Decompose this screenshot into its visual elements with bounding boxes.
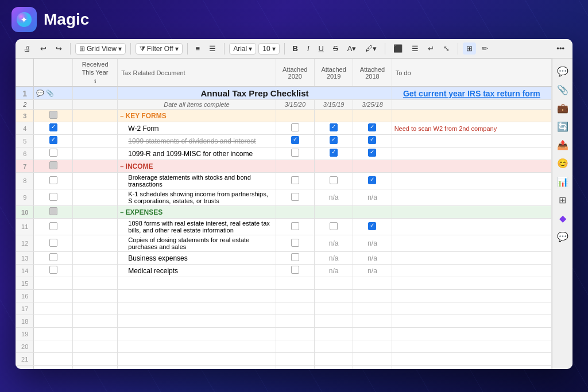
underline-button[interactable]: U bbox=[315, 42, 327, 55]
received-checkbox-9[interactable] bbox=[49, 193, 57, 201]
app-logo: ✦ bbox=[11, 7, 37, 32]
sheet-title: Annual Tax Prep Checklist bbox=[200, 88, 308, 98]
received-checkbox-13[interactable] bbox=[49, 253, 57, 261]
section-label-cell-10: – EXPENSES bbox=[118, 206, 276, 219]
col-header-att2020[interactable]: Attached2020 bbox=[276, 59, 314, 87]
sidebar-diamond-icon[interactable]: ◆ bbox=[555, 210, 571, 226]
row-num: 4 bbox=[16, 122, 34, 135]
received-cell-4 bbox=[72, 122, 118, 135]
row-num: 17 bbox=[16, 302, 34, 315]
table-row: 3 – KEY FORMS bbox=[16, 110, 552, 122]
todo-11 bbox=[392, 219, 551, 235]
row-num: 9 bbox=[16, 189, 34, 206]
highlight-button[interactable]: 🖊▾ bbox=[362, 42, 380, 55]
todo-section-10 bbox=[392, 206, 551, 219]
fontsize-dropdown[interactable]: 10 ▾ bbox=[258, 43, 279, 55]
filter-label: Filter Off bbox=[147, 45, 173, 53]
att2019-12: n/a bbox=[314, 235, 353, 252]
icons-cell-12 bbox=[34, 235, 72, 252]
expenses-section-checkbox[interactable] bbox=[49, 207, 57, 215]
received-checkbox-4[interactable] bbox=[49, 123, 57, 131]
sidebar-refresh-icon[interactable]: 🔄 bbox=[555, 118, 571, 134]
col-header-att2019[interactable]: Attached2019 bbox=[314, 59, 353, 87]
col-header-att2018[interactable]: Attached2018 bbox=[353, 59, 392, 87]
app-name: Magic bbox=[44, 10, 89, 29]
key-forms-label: KEY FORMS bbox=[126, 112, 167, 120]
section-checkbox[interactable] bbox=[49, 111, 57, 119]
row-num: 13 bbox=[16, 252, 34, 265]
sidebar-upload-icon[interactable]: 📤 bbox=[555, 137, 571, 153]
font-dropdown[interactable]: Arial ▾ bbox=[229, 43, 256, 55]
filter-dropdown[interactable]: ⧩ Filter Off ▾ bbox=[136, 43, 183, 55]
received-checkbox-8[interactable] bbox=[49, 176, 57, 184]
todo-14 bbox=[392, 265, 551, 277]
wrap-button[interactable]: ↵ bbox=[424, 42, 438, 55]
received-checkbox-5[interactable] bbox=[49, 136, 57, 144]
row-num: 7 bbox=[16, 160, 34, 173]
att2018-section bbox=[353, 110, 392, 122]
received-cell-9 bbox=[72, 189, 118, 206]
irs-link[interactable]: Get current year IRS tax return form bbox=[403, 89, 540, 98]
col-header-received[interactable]: ReceivedThis Yearℹ bbox=[72, 59, 118, 87]
align-v-button[interactable]: ☰ bbox=[408, 42, 422, 55]
col-header-todo[interactable]: To do bbox=[392, 59, 551, 87]
row-num: 12 bbox=[16, 235, 34, 252]
table-row: 20 bbox=[16, 340, 552, 353]
table-row: 4 W-2 Form Need to scan W2 from 2nd comp… bbox=[16, 122, 552, 135]
merge-button[interactable]: ⤡ bbox=[440, 42, 453, 55]
sidebar-portfolio-icon[interactable]: 💼 bbox=[555, 100, 571, 116]
italic-button[interactable]: I bbox=[304, 42, 313, 55]
received-checkbox-12[interactable] bbox=[49, 239, 57, 247]
align-center-button[interactable]: ☰ bbox=[206, 42, 219, 55]
more-options-button[interactable]: ••• bbox=[553, 42, 568, 55]
todo-section bbox=[392, 110, 551, 122]
received-cell bbox=[72, 87, 118, 100]
received-checkbox-14[interactable] bbox=[49, 266, 57, 274]
table-row: 18 bbox=[16, 315, 552, 328]
doc-cell-4: W-2 Form bbox=[118, 122, 276, 135]
table-row: 21 bbox=[16, 353, 552, 366]
undo-button[interactable]: ↩ bbox=[37, 42, 50, 55]
icons-cell bbox=[34, 100, 72, 110]
table-row: 9 K-1 schedules showing income from part… bbox=[16, 189, 552, 206]
expenses-label: EXPENSES bbox=[126, 208, 163, 216]
date-2020: 3/15/20 bbox=[276, 100, 314, 110]
table-view-button[interactable]: ⊞ bbox=[463, 42, 476, 55]
section-icon-cell-7 bbox=[34, 160, 72, 173]
sidebar-attach-icon[interactable]: 📎 bbox=[555, 81, 571, 98]
sep3 bbox=[187, 43, 188, 55]
bold-button[interactable]: B bbox=[289, 42, 301, 55]
sidebar-grid-icon[interactable]: ⊞ bbox=[555, 192, 571, 208]
redo-button[interactable]: ↪ bbox=[52, 42, 65, 55]
att2020-12 bbox=[276, 235, 314, 252]
received-checkbox-11[interactable] bbox=[49, 222, 57, 230]
received-checkbox-6[interactable] bbox=[49, 149, 57, 157]
row-num: 6 bbox=[16, 148, 34, 160]
section-icon-cell bbox=[34, 110, 72, 122]
spreadsheet-window: 🖨 ↩ ↪ ⊞ Grid View ▾ ⧩ Filter Off ▾ ≡ ☰ A… bbox=[16, 39, 572, 369]
income-section-checkbox[interactable] bbox=[49, 161, 57, 169]
sidebar-emoji-icon[interactable]: 😊 bbox=[555, 155, 571, 171]
align-h-button[interactable]: ⬛ bbox=[390, 42, 406, 55]
draw-button[interactable]: ✏ bbox=[478, 42, 492, 55]
row-num: 19 bbox=[16, 328, 34, 340]
print-button[interactable]: 🖨 bbox=[20, 42, 34, 55]
table-row: 2 Date all items complete 3/15/20 3/15/1… bbox=[16, 100, 552, 110]
sidebar-chat-icon[interactable]: 💬 bbox=[555, 63, 571, 79]
row-num: 5 bbox=[16, 135, 34, 148]
todo-title-cell[interactable]: Get current year IRS tax return form bbox=[392, 87, 551, 100]
strikethrough-button[interactable]: S bbox=[330, 42, 342, 55]
row-num: 22 bbox=[16, 366, 34, 369]
chevron-down-icon: ▾ bbox=[118, 45, 122, 53]
att2018-12: n/a bbox=[353, 235, 392, 252]
att2019-4 bbox=[314, 122, 353, 135]
icons-cell bbox=[34, 122, 72, 135]
align-left-button[interactable]: ≡ bbox=[192, 42, 204, 55]
col-header-doc[interactable]: Tax Related Document bbox=[118, 59, 276, 87]
grid-view-dropdown[interactable]: ⊞ Grid View ▾ bbox=[75, 43, 126, 55]
sidebar-chat2-icon[interactable]: 💬 bbox=[555, 228, 571, 244]
date-2019: 3/15/19 bbox=[314, 100, 353, 110]
spreadsheet-container[interactable]: ReceivedThis Yearℹ Tax Related Document … bbox=[16, 59, 552, 369]
sidebar-chart-icon[interactable]: 📊 bbox=[555, 173, 571, 189]
text-color-button[interactable]: A▾ bbox=[344, 42, 360, 55]
